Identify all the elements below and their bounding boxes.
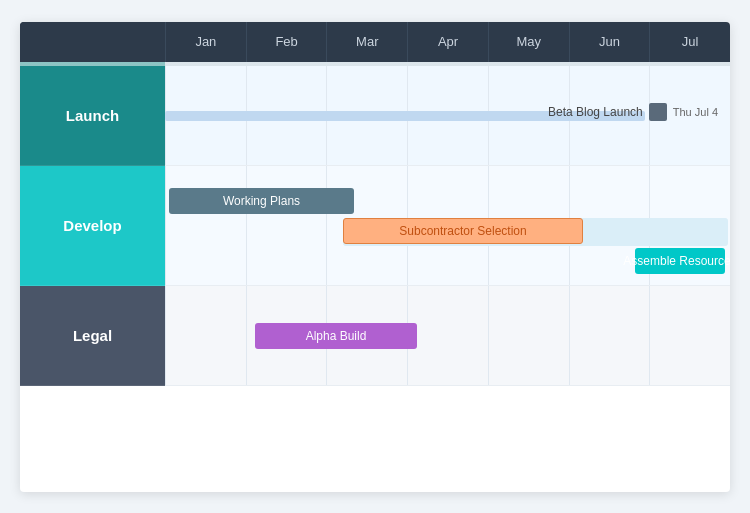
- bar-alpha-build[interactable]: Alpha Build: [255, 323, 417, 349]
- gantt-row-launch: Launch Beta Blog Launch Thu Jul 4: [20, 66, 730, 166]
- month-feb: Feb: [246, 22, 327, 62]
- beta-blog-launch-text: Beta Blog Launch: [548, 105, 643, 119]
- bar-working-plans-label: Working Plans: [223, 194, 300, 208]
- row-label-develop: Develop: [20, 166, 165, 286]
- row-content-develop: Working Plans Subcontractor Selection As…: [165, 166, 730, 286]
- month-may: May: [488, 22, 569, 62]
- beta-blog-launch-icon: [649, 103, 667, 121]
- gantt-row-legal: Legal Alpha Build: [20, 286, 730, 386]
- month-jul: Jul: [649, 22, 730, 62]
- grid-lines-legal: [165, 286, 730, 385]
- row-content-legal: Alpha Build: [165, 286, 730, 386]
- row-label-launch: Launch: [20, 66, 165, 166]
- gantt-chart: Jan Feb Mar Apr May Jun Jul Launch: [20, 22, 730, 492]
- row-label-legal: Legal: [20, 286, 165, 386]
- bar-assemble-resources[interactable]: Assemble Resources: [635, 248, 725, 274]
- bar-subcontractor-selection[interactable]: Subcontractor Selection: [343, 218, 583, 244]
- month-apr: Apr: [407, 22, 488, 62]
- beta-blog-launch-date: Thu Jul 4: [673, 106, 718, 118]
- month-header-row: Jan Feb Mar Apr May Jun Jul: [20, 22, 730, 62]
- bar-alpha-label: Alpha Build: [306, 329, 367, 343]
- bar-assemble-label: Assemble Resources: [623, 254, 730, 268]
- month-mar: Mar: [326, 22, 407, 62]
- beta-blog-launch-label: Beta Blog Launch Thu Jul 4: [548, 103, 718, 121]
- month-jun: Jun: [569, 22, 650, 62]
- row-content-launch: Beta Blog Launch Thu Jul 4: [165, 66, 730, 166]
- gantt-row-develop: Develop Working Plans Subcontractor Sele…: [20, 166, 730, 286]
- bar-working-plans[interactable]: Working Plans: [169, 188, 354, 214]
- bar-subcontractor-label: Subcontractor Selection: [399, 224, 526, 238]
- month-jan: Jan: [165, 22, 246, 62]
- month-headers: Jan Feb Mar Apr May Jun Jul: [165, 22, 730, 62]
- header-spacer: [20, 22, 165, 62]
